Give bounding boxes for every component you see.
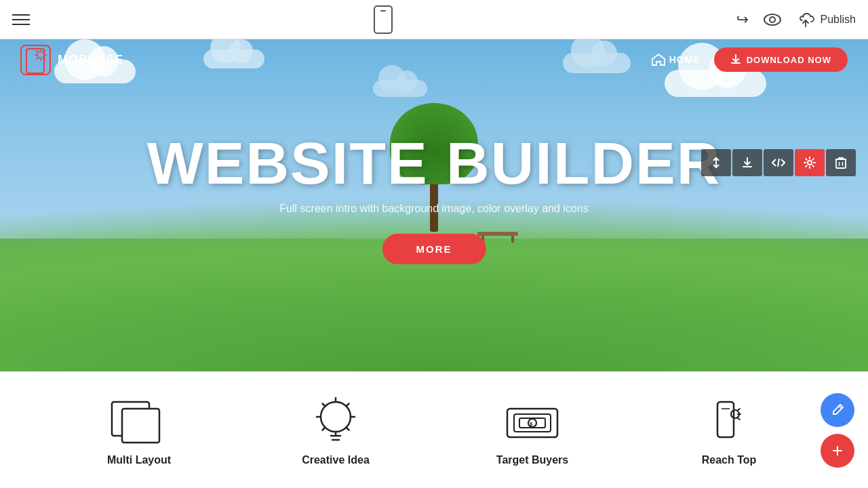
svg-text:$: $ bbox=[530, 421, 533, 427]
svg-point-3 bbox=[37, 52, 44, 58]
download-icon bbox=[730, 54, 741, 65]
cloud-5 bbox=[373, 80, 427, 97]
feature-reach-top: Reach Top bbox=[631, 393, 827, 466]
svg-rect-15 bbox=[836, 159, 846, 168]
hamburger-menu[interactable] bbox=[12, 14, 30, 25]
topbar: ↩ Publish bbox=[0, 0, 868, 39]
svg-line-9 bbox=[44, 58, 45, 59]
reach-top-icon bbox=[698, 393, 760, 447]
svg-line-29 bbox=[323, 427, 326, 430]
reorder-toolbar-button[interactable] bbox=[701, 149, 731, 176]
svg-point-1 bbox=[770, 17, 775, 22]
undo-icon[interactable]: ↩ bbox=[736, 11, 749, 28]
publish-button[interactable]: Publish bbox=[796, 12, 856, 27]
multi-layout-icon bbox=[108, 393, 170, 447]
mobile-preview-icon[interactable] bbox=[374, 5, 393, 34]
svg-line-27 bbox=[346, 427, 349, 430]
fab-container: + bbox=[821, 393, 854, 468]
download-label: DOWNLOAD NOW bbox=[747, 55, 831, 65]
home-icon bbox=[652, 54, 665, 66]
hero-subtitle: Full screen intro with background image,… bbox=[147, 203, 721, 215]
svg-line-8 bbox=[36, 50, 37, 52]
hero-title: WEBSITE BUILDER bbox=[147, 134, 721, 193]
cloud-upload-icon bbox=[796, 12, 815, 27]
feature-multi-layout: Multi Layout bbox=[41, 393, 237, 466]
download-button[interactable]: DOWNLOAD NOW bbox=[714, 47, 848, 72]
settings-toolbar-button[interactable] bbox=[795, 149, 825, 176]
fab-add-button[interactable]: + bbox=[821, 434, 854, 468]
features-section: Multi Layout Creative Ide bbox=[0, 371, 868, 488]
brand: MOBIRISE bbox=[20, 45, 123, 75]
svg-point-14 bbox=[808, 161, 812, 165]
fab-pen-button[interactable] bbox=[821, 393, 854, 427]
more-button[interactable]: MORE bbox=[382, 234, 486, 264]
hero-section: MOBIRISE HOME bbox=[0, 39, 868, 371]
topbar-left bbox=[12, 14, 30, 25]
creative-idea-label: Creative Idea bbox=[302, 454, 370, 466]
nav-home-link[interactable]: HOME bbox=[652, 54, 701, 66]
code-toolbar-button[interactable] bbox=[764, 149, 793, 176]
brand-logo-sun-icon bbox=[35, 49, 47, 61]
feature-target-buyers: $ Target Buyers bbox=[434, 393, 631, 466]
svg-rect-20 bbox=[122, 409, 159, 443]
download-toolbar-button[interactable] bbox=[732, 149, 762, 176]
main-content: MOBIRISE HOME bbox=[0, 39, 868, 488]
svg-line-40 bbox=[738, 409, 740, 410]
topbar-center bbox=[374, 5, 393, 34]
home-label: HOME bbox=[669, 54, 701, 65]
hero-content: WEBSITE BUILDER Full screen intro with b… bbox=[147, 134, 721, 264]
svg-line-26 bbox=[323, 403, 326, 406]
multi-layout-label: Multi Layout bbox=[107, 454, 171, 466]
delete-toolbar-button[interactable] bbox=[826, 149, 856, 176]
brand-logo bbox=[20, 45, 51, 75]
svg-line-41 bbox=[738, 418, 740, 420]
reach-top-label: Reach Top bbox=[702, 454, 757, 466]
svg-line-11 bbox=[36, 58, 37, 59]
target-buyers-label: Target Buyers bbox=[496, 454, 568, 466]
hero-navbar: MOBIRISE HOME bbox=[0, 39, 868, 80]
target-buyers-icon: $ bbox=[502, 393, 563, 447]
creative-idea-icon bbox=[305, 393, 366, 447]
brand-name: MOBIRISE bbox=[58, 53, 123, 67]
section-toolbar bbox=[701, 149, 856, 176]
svg-point-0 bbox=[764, 14, 781, 25]
svg-line-13 bbox=[778, 159, 779, 167]
svg-line-10 bbox=[44, 50, 45, 52]
publish-label: Publish bbox=[821, 14, 856, 26]
svg-line-28 bbox=[346, 403, 349, 406]
nav-right: HOME DOWNLOAD NOW bbox=[652, 47, 848, 72]
preview-eye-icon[interactable] bbox=[764, 14, 781, 26]
svg-rect-37 bbox=[717, 402, 734, 437]
topbar-right: ↩ Publish bbox=[736, 11, 856, 28]
feature-creative-idea: Creative Idea bbox=[237, 393, 434, 466]
